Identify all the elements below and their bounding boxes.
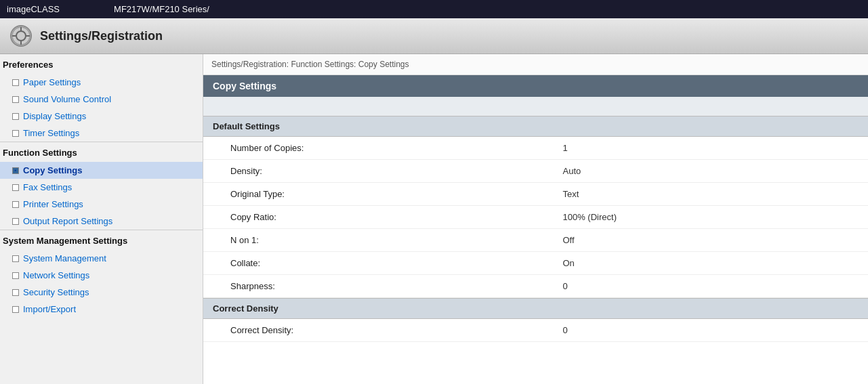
- setting-value: 100% (Direct): [536, 206, 869, 229]
- sidebar-item-import-export[interactable]: Import/Export: [0, 301, 203, 318]
- sidebar-item-label-sound-volume-control: Sound Volume Control: [23, 94, 111, 104]
- setting-label: Copy Ratio:: [203, 206, 536, 229]
- sidebar-item-label-timer-settings: Timer Settings: [23, 128, 79, 138]
- setting-label: Collate:: [203, 252, 536, 275]
- page-title: Settings/Registration: [40, 29, 163, 43]
- sidebar-item-label-fax-settings: Fax Settings: [23, 182, 72, 192]
- sidebar-item-label-printer-settings: Printer Settings: [23, 199, 83, 209]
- section-header-default-settings: Default Settings: [203, 116, 868, 137]
- section-header-correct-density: Correct Density: [203, 298, 868, 319]
- setting-value: 1: [536, 137, 869, 160]
- table-row: Collate:On: [203, 252, 868, 275]
- setting-value: 0: [536, 275, 869, 298]
- bullet-icon-copy-settings: ▪: [12, 167, 19, 174]
- sidebar-item-security-settings[interactable]: Security Settings: [0, 284, 203, 301]
- table-row: Copy Ratio:100% (Direct): [203, 206, 868, 229]
- sidebar-item-fax-settings[interactable]: Fax Settings: [0, 179, 203, 196]
- bullet-icon-display-settings: [12, 113, 19, 120]
- header-logo: [10, 25, 32, 47]
- brand-name: imageCLASS: [7, 4, 60, 14]
- settings-table-default-settings: Number of Copies:1Density:AutoOriginal T…: [203, 137, 868, 298]
- setting-label: Number of Copies:: [203, 137, 536, 160]
- sidebar-item-label-network-settings: Network Settings: [23, 270, 89, 280]
- model-name: MF217W/MF210 Series/: [114, 4, 209, 14]
- sidebar-item-sound-volume-control[interactable]: Sound Volume Control: [0, 91, 203, 108]
- table-row: N on 1:Off: [203, 229, 868, 252]
- table-row: Sharpness:0: [203, 275, 868, 298]
- spacer-bar: [203, 97, 868, 116]
- setting-value: Auto: [536, 160, 869, 183]
- setting-value: Off: [536, 229, 869, 252]
- sidebar-item-printer-settings[interactable]: Printer Settings: [0, 196, 203, 213]
- sidebar-section-function-settings: Function Settings: [0, 142, 203, 162]
- sidebar-item-label-output-report-settings: Output Report Settings: [23, 216, 112, 226]
- setting-label: Original Type:: [203, 183, 536, 206]
- content-area: Settings/Registration: Function Settings…: [203, 54, 868, 384]
- sidebar-item-paper-settings[interactable]: Paper Settings: [0, 74, 203, 91]
- bullet-icon-network-settings: [12, 272, 19, 279]
- bullet-icon-sound-volume-control: [12, 96, 19, 103]
- sidebar-item-network-settings[interactable]: Network Settings: [0, 267, 203, 284]
- bullet-icon-timer-settings: [12, 130, 19, 137]
- sidebar-section-preferences: Preferences: [0, 54, 203, 74]
- bullet-icon-output-report-settings: [12, 218, 19, 225]
- setting-label: Sharpness:: [203, 275, 536, 298]
- main-layout: PreferencesPaper SettingsSound Volume Co…: [0, 54, 868, 384]
- sidebar-item-label-paper-settings: Paper Settings: [23, 77, 81, 87]
- bullet-icon-fax-settings: [12, 184, 19, 191]
- bullet-icon-import-export: [12, 306, 19, 313]
- sidebar-item-label-import-export: Import/Export: [23, 304, 76, 314]
- top-bar: imageCLASS MF217W/MF210 Series/: [0, 0, 868, 18]
- setting-label: N on 1:: [203, 229, 536, 252]
- breadcrumb: Settings/Registration: Function Settings…: [203, 54, 868, 75]
- table-row: Correct Density:0: [203, 319, 868, 342]
- sidebar-item-display-settings[interactable]: Display Settings: [0, 108, 203, 125]
- sidebar-section-system-management-settings: System Management Settings: [0, 230, 203, 250]
- sidebar-item-output-report-settings[interactable]: Output Report Settings: [0, 213, 203, 230]
- table-row: Density:Auto: [203, 160, 868, 183]
- sidebar-item-system-management[interactable]: System Management: [0, 250, 203, 267]
- page-header: Settings/Registration: [0, 18, 868, 54]
- sidebar-item-label-system-management: System Management: [23, 253, 106, 263]
- bullet-icon-paper-settings: [12, 79, 19, 86]
- setting-label: Correct Density:: [203, 319, 536, 342]
- setting-value: 0: [536, 319, 869, 342]
- sidebar-item-label-display-settings: Display Settings: [23, 111, 86, 121]
- table-row: Original Type:Text: [203, 183, 868, 206]
- sidebar-item-label-security-settings: Security Settings: [23, 287, 89, 297]
- setting-label: Density:: [203, 160, 536, 183]
- sidebar-item-label-copy-settings: Copy Settings: [23, 165, 82, 175]
- settings-table-correct-density: Correct Density:0: [203, 319, 868, 342]
- setting-value: Text: [536, 183, 869, 206]
- sidebar-item-copy-settings[interactable]: ▪Copy Settings: [0, 162, 203, 179]
- setting-value: On: [536, 252, 869, 275]
- bullet-icon-system-management: [12, 255, 19, 262]
- copy-settings-title: Copy Settings: [203, 75, 868, 97]
- bullet-icon-printer-settings: [12, 201, 19, 208]
- bullet-icon-security-settings: [12, 289, 19, 296]
- sidebar-item-timer-settings[interactable]: Timer Settings: [0, 125, 203, 142]
- sidebar: PreferencesPaper SettingsSound Volume Co…: [0, 54, 203, 384]
- table-row: Number of Copies:1: [203, 137, 868, 160]
